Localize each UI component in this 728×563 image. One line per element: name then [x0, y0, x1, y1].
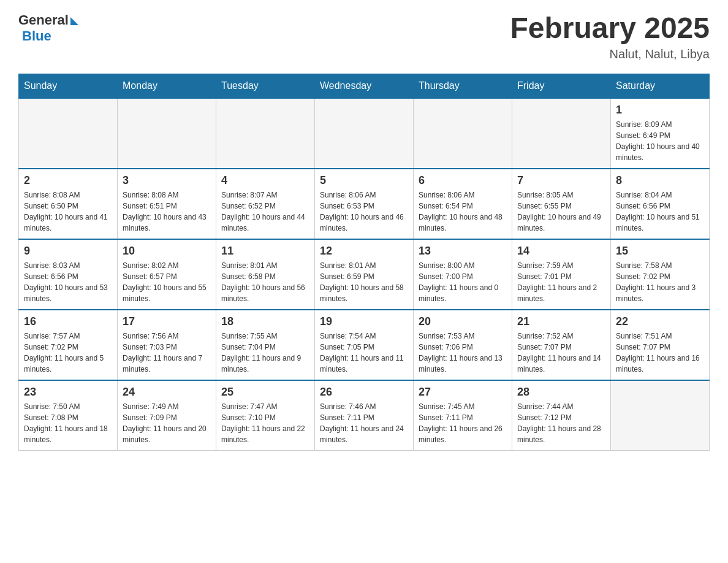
day-info: Sunrise: 7:45 AMSunset: 7:11 PMDaylight:… — [419, 401, 507, 445]
calendar-cell: 9Sunrise: 8:03 AMSunset: 6:56 PMDaylight… — [19, 239, 118, 310]
day-number: 18 — [221, 315, 309, 328]
calendar-cell: 2Sunrise: 8:08 AMSunset: 6:50 PMDaylight… — [19, 169, 118, 239]
calendar-cell: 17Sunrise: 7:56 AMSunset: 7:03 PMDayligh… — [118, 310, 216, 380]
day-number: 7 — [517, 174, 605, 187]
calendar-cell: 11Sunrise: 8:01 AMSunset: 6:58 PMDayligh… — [216, 239, 315, 310]
logo-blue-text: Blue — [22, 28, 51, 44]
day-number: 13 — [419, 245, 507, 258]
day-number: 24 — [123, 386, 211, 399]
day-info: Sunrise: 8:05 AMSunset: 6:55 PMDaylight:… — [517, 190, 605, 234]
day-number: 1 — [616, 104, 704, 117]
day-number: 2 — [24, 174, 112, 187]
calendar-cell — [118, 98, 216, 169]
calendar-cell — [315, 98, 414, 169]
calendar-cell: 28Sunrise: 7:44 AMSunset: 7:12 PMDayligh… — [512, 380, 611, 451]
day-info: Sunrise: 7:53 AMSunset: 7:06 PMDaylight:… — [419, 331, 507, 375]
calendar-cell — [216, 98, 315, 169]
day-number: 9 — [24, 245, 112, 258]
day-number: 3 — [123, 174, 211, 187]
calendar-cell: 4Sunrise: 8:07 AMSunset: 6:52 PMDaylight… — [216, 169, 315, 239]
weekday-header-sunday: Sunday — [19, 74, 118, 98]
day-info: Sunrise: 7:55 AMSunset: 7:04 PMDaylight:… — [221, 331, 309, 375]
calendar-cell: 3Sunrise: 8:08 AMSunset: 6:51 PMDaylight… — [118, 169, 216, 239]
day-info: Sunrise: 7:52 AMSunset: 7:07 PMDaylight:… — [517, 331, 605, 375]
calendar-cell: 22Sunrise: 7:51 AMSunset: 7:07 PMDayligh… — [611, 310, 710, 380]
day-number: 22 — [616, 315, 704, 328]
calendar-cell — [512, 98, 611, 169]
logo-arrow-icon — [70, 17, 78, 25]
day-number: 25 — [221, 386, 309, 399]
day-info: Sunrise: 8:08 AMSunset: 6:50 PMDaylight:… — [24, 190, 112, 234]
day-info: Sunrise: 8:01 AMSunset: 6:58 PMDaylight:… — [221, 260, 309, 304]
calendar-cell: 5Sunrise: 8:06 AMSunset: 6:53 PMDaylight… — [315, 169, 414, 239]
month-title: February 2025 — [510, 12, 710, 45]
calendar-cell: 15Sunrise: 7:58 AMSunset: 7:02 PMDayligh… — [611, 239, 710, 310]
week-row-1: 1Sunrise: 8:09 AMSunset: 6:49 PMDaylight… — [19, 98, 710, 169]
calendar-cell: 27Sunrise: 7:45 AMSunset: 7:11 PMDayligh… — [414, 380, 512, 451]
day-number: 5 — [320, 174, 408, 187]
week-row-4: 16Sunrise: 7:57 AMSunset: 7:02 PMDayligh… — [19, 310, 710, 380]
calendar-cell: 14Sunrise: 7:59 AMSunset: 7:01 PMDayligh… — [512, 239, 611, 310]
day-number: 10 — [123, 245, 211, 258]
calendar-cell — [19, 98, 118, 169]
day-info: Sunrise: 8:08 AMSunset: 6:51 PMDaylight:… — [123, 190, 211, 234]
day-number: 15 — [616, 245, 704, 258]
day-info: Sunrise: 7:54 AMSunset: 7:05 PMDaylight:… — [320, 331, 408, 375]
calendar-cell: 23Sunrise: 7:50 AMSunset: 7:08 PMDayligh… — [19, 380, 118, 451]
logo-general-text: General — [18, 12, 69, 28]
calendar-cell: 25Sunrise: 7:47 AMSunset: 7:10 PMDayligh… — [216, 380, 315, 451]
day-info: Sunrise: 7:59 AMSunset: 7:01 PMDaylight:… — [517, 260, 605, 304]
day-info: Sunrise: 7:51 AMSunset: 7:07 PMDaylight:… — [616, 331, 704, 375]
calendar-cell: 24Sunrise: 7:49 AMSunset: 7:09 PMDayligh… — [118, 380, 216, 451]
calendar-cell: 21Sunrise: 7:52 AMSunset: 7:07 PMDayligh… — [512, 310, 611, 380]
day-number: 26 — [320, 386, 408, 399]
calendar-cell: 7Sunrise: 8:05 AMSunset: 6:55 PMDaylight… — [512, 169, 611, 239]
day-info: Sunrise: 8:06 AMSunset: 6:54 PMDaylight:… — [419, 190, 507, 234]
day-number: 4 — [221, 174, 309, 187]
weekday-header-wednesday: Wednesday — [315, 74, 414, 98]
day-number: 21 — [517, 315, 605, 328]
day-number: 6 — [419, 174, 507, 187]
day-info: Sunrise: 8:06 AMSunset: 6:53 PMDaylight:… — [320, 190, 408, 234]
day-number: 17 — [123, 315, 211, 328]
location-title: Nalut, Nalut, Libya — [510, 47, 710, 61]
day-info: Sunrise: 7:49 AMSunset: 7:09 PMDaylight:… — [123, 401, 211, 445]
day-number: 28 — [517, 386, 605, 399]
day-number: 27 — [419, 386, 507, 399]
day-number: 11 — [221, 245, 309, 258]
day-info: Sunrise: 7:44 AMSunset: 7:12 PMDaylight:… — [517, 401, 605, 445]
week-row-2: 2Sunrise: 8:08 AMSunset: 6:50 PMDaylight… — [19, 169, 710, 239]
calendar-cell: 16Sunrise: 7:57 AMSunset: 7:02 PMDayligh… — [19, 310, 118, 380]
day-number: 19 — [320, 315, 408, 328]
day-info: Sunrise: 7:56 AMSunset: 7:03 PMDaylight:… — [123, 331, 211, 375]
day-info: Sunrise: 8:04 AMSunset: 6:56 PMDaylight:… — [616, 190, 704, 234]
week-row-5: 23Sunrise: 7:50 AMSunset: 7:08 PMDayligh… — [19, 380, 710, 451]
calendar-cell: 8Sunrise: 8:04 AMSunset: 6:56 PMDaylight… — [611, 169, 710, 239]
calendar-cell: 12Sunrise: 8:01 AMSunset: 6:59 PMDayligh… — [315, 239, 414, 310]
calendar-cell — [414, 98, 512, 169]
day-info: Sunrise: 7:46 AMSunset: 7:11 PMDaylight:… — [320, 401, 408, 445]
calendar-cell: 19Sunrise: 7:54 AMSunset: 7:05 PMDayligh… — [315, 310, 414, 380]
weekday-header-thursday: Thursday — [414, 74, 512, 98]
day-info: Sunrise: 8:03 AMSunset: 6:56 PMDaylight:… — [24, 260, 112, 304]
calendar-cell: 18Sunrise: 7:55 AMSunset: 7:04 PMDayligh… — [216, 310, 315, 380]
week-row-3: 9Sunrise: 8:03 AMSunset: 6:56 PMDaylight… — [19, 239, 710, 310]
day-info: Sunrise: 8:00 AMSunset: 7:00 PMDaylight:… — [419, 260, 507, 304]
day-number: 8 — [616, 174, 704, 187]
title-area: February 2025 Nalut, Nalut, Libya — [510, 12, 710, 61]
day-info: Sunrise: 7:47 AMSunset: 7:10 PMDaylight:… — [221, 401, 309, 445]
day-info: Sunrise: 8:07 AMSunset: 6:52 PMDaylight:… — [221, 190, 309, 234]
calendar-cell: 13Sunrise: 8:00 AMSunset: 7:00 PMDayligh… — [414, 239, 512, 310]
calendar-table: SundayMondayTuesdayWednesdayThursdayFrid… — [18, 74, 710, 451]
day-info: Sunrise: 7:58 AMSunset: 7:02 PMDaylight:… — [616, 260, 704, 304]
logo: General Blue — [18, 12, 78, 44]
calendar-cell — [611, 380, 710, 451]
weekday-header-row: SundayMondayTuesdayWednesdayThursdayFrid… — [19, 74, 710, 98]
day-info: Sunrise: 7:57 AMSunset: 7:02 PMDaylight:… — [24, 331, 112, 375]
day-number: 23 — [24, 386, 112, 399]
day-info: Sunrise: 8:01 AMSunset: 6:59 PMDaylight:… — [320, 260, 408, 304]
calendar-cell: 20Sunrise: 7:53 AMSunset: 7:06 PMDayligh… — [414, 310, 512, 380]
weekday-header-monday: Monday — [118, 74, 216, 98]
day-number: 20 — [419, 315, 507, 328]
weekday-header-tuesday: Tuesday — [216, 74, 315, 98]
